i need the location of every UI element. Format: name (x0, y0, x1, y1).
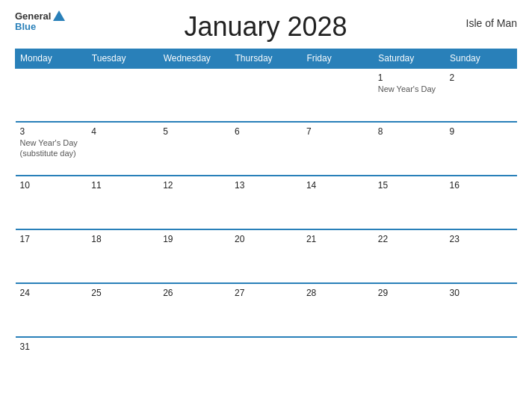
calendar-cell (374, 337, 445, 391)
day-number: 8 (378, 126, 441, 137)
day-number: 10 (20, 180, 83, 191)
calendar-cell (158, 68, 230, 122)
day-number: 6 (235, 126, 297, 137)
calendar-week-row: 3New Year's Day(substitute day)456789 (16, 122, 517, 176)
day-number: 30 (450, 288, 513, 298)
calendar-cell: 23 (445, 229, 517, 283)
day-number: 17 (20, 234, 83, 244)
day-number: 5 (163, 126, 226, 137)
day-number: 29 (378, 288, 441, 298)
weekday-header-sunday: Sunday (445, 49, 517, 69)
calendar-cell: 14 (302, 176, 374, 229)
day-event: New Year's Day (378, 84, 441, 93)
calendar-cell: 21 (302, 229, 374, 283)
calendar-cell: 17 (16, 229, 87, 283)
calendar-cell: 7 (302, 122, 374, 176)
calendar-header-row: MondayTuesdayWednesdayThursdayFridaySatu… (16, 49, 517, 69)
calendar-cell: 4 (87, 122, 158, 176)
calendar-title: January 2028 (65, 11, 466, 43)
logo-triangle-icon (53, 10, 65, 21)
calendar-cell: 16 (445, 176, 517, 229)
day-number: 11 (91, 180, 154, 191)
calendar-cell: 9 (445, 122, 517, 176)
day-number: 3 (20, 126, 83, 137)
day-number: 31 (20, 342, 83, 352)
calendar-cell: 2 (445, 68, 517, 122)
weekday-header-saturday: Saturday (374, 49, 445, 69)
calendar-cell: 27 (230, 283, 302, 337)
day-number: 24 (20, 288, 83, 298)
calendar-page: General Blue January 2028 Isle of Man Mo… (0, 0, 532, 411)
calendar-cell (230, 337, 302, 391)
calendar-cell: 25 (87, 283, 158, 337)
day-number: 25 (91, 288, 154, 298)
day-number: 20 (235, 234, 297, 244)
weekday-header-tuesday: Tuesday (87, 49, 158, 69)
region-label: Isle of Man (466, 11, 517, 29)
logo: General Blue (15, 11, 65, 33)
day-number: 27 (235, 288, 297, 298)
calendar-table: MondayTuesdayWednesdayThursdayFridaySatu… (15, 49, 517, 391)
calendar-cell (158, 337, 230, 391)
calendar-cell (87, 337, 158, 391)
calendar-cell (230, 68, 302, 122)
day-number: 26 (163, 288, 226, 298)
calendar-week-row: 24252627282930 (16, 283, 517, 337)
calendar-cell: 18 (87, 229, 158, 283)
calendar-header: General Blue January 2028 Isle of Man (15, 11, 517, 43)
day-number: 21 (306, 234, 369, 244)
day-number: 22 (378, 234, 441, 244)
logo-general: General (15, 11, 51, 22)
calendar-cell: 31 (16, 337, 87, 391)
calendar-cell: 10 (16, 176, 87, 229)
calendar-cell: 22 (374, 229, 445, 283)
calendar-cell (445, 337, 517, 391)
calendar-cell: 29 (374, 283, 445, 337)
calendar-cell: 11 (87, 176, 158, 229)
day-number: 14 (306, 180, 369, 191)
calendar-cell: 3New Year's Day(substitute day) (16, 122, 87, 176)
day-number: 12 (163, 180, 226, 191)
calendar-cell: 5 (158, 122, 230, 176)
calendar-cell (16, 68, 87, 122)
day-number: 16 (450, 180, 513, 191)
calendar-cell: 26 (158, 283, 230, 337)
day-number: 13 (235, 180, 297, 191)
day-number: 2 (450, 72, 513, 83)
calendar-cell: 20 (230, 229, 302, 283)
calendar-cell: 1New Year's Day (374, 68, 445, 122)
day-number: 19 (163, 234, 226, 244)
day-number: 9 (450, 126, 513, 137)
day-number: 4 (91, 126, 154, 137)
day-number: 23 (450, 234, 513, 244)
calendar-cell: 28 (302, 283, 374, 337)
day-number: 1 (378, 72, 441, 83)
day-event: (substitute day) (20, 149, 83, 158)
calendar-cell: 30 (445, 283, 517, 337)
weekday-header-friday: Friday (302, 49, 374, 69)
calendar-week-row: 17181920212223 (16, 229, 517, 283)
day-number: 28 (306, 288, 369, 298)
calendar-cell (302, 337, 374, 391)
calendar-cell: 12 (158, 176, 230, 229)
calendar-week-row: 10111213141516 (16, 176, 517, 229)
calendar-week-row: 1New Year's Day2 (16, 68, 517, 122)
logo-blue: Blue (15, 22, 65, 32)
calendar-cell: 13 (230, 176, 302, 229)
day-number: 15 (378, 180, 441, 191)
weekday-header-thursday: Thursday (230, 49, 302, 69)
calendar-cell: 6 (230, 122, 302, 176)
calendar-cell: 15 (374, 176, 445, 229)
calendar-cell: 19 (158, 229, 230, 283)
weekday-header-wednesday: Wednesday (158, 49, 230, 69)
day-number: 7 (306, 126, 369, 137)
calendar-week-row: 31 (16, 337, 517, 391)
weekday-header-monday: Monday (16, 49, 87, 69)
day-event: New Year's Day (20, 138, 83, 147)
calendar-cell: 24 (16, 283, 87, 337)
calendar-cell (87, 68, 158, 122)
day-number: 18 (91, 234, 154, 244)
calendar-cell (302, 68, 374, 122)
calendar-cell: 8 (374, 122, 445, 176)
